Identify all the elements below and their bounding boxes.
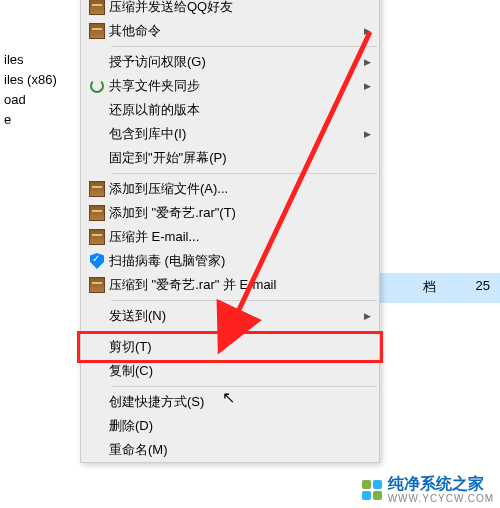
cursor-icon: ↖: [222, 388, 235, 407]
watermark-logo-icon: [362, 480, 382, 500]
menu-separator: [111, 46, 377, 47]
file-type-label: 档: [423, 278, 436, 296]
file-size-label: 25: [476, 278, 490, 296]
sidebar-line: e: [4, 110, 80, 130]
menu-share-sync[interactable]: 共享文件夹同步: [81, 74, 379, 98]
menu-scan-virus[interactable]: 扫描病毒 (电脑管家): [81, 249, 379, 273]
menu-grant-access[interactable]: 授予访问权限(G): [81, 50, 379, 74]
menu-compress-rar-email[interactable]: 压缩到 "爱奇艺.rar" 并 E-mail: [81, 273, 379, 297]
menu-separator: [111, 300, 377, 301]
menu-add-archive[interactable]: 添加到压缩文件(A)...: [81, 177, 379, 201]
menu-other-cmd[interactable]: 其他命令: [81, 19, 379, 43]
menu-compress-email[interactable]: 压缩并 E-mail...: [81, 225, 379, 249]
sidebar-line: oad: [4, 90, 80, 110]
watermark: 纯净系统之家 WWW.YCYCW.COM: [362, 475, 494, 504]
archive-icon: [85, 203, 109, 223]
menu-add-rar[interactable]: 添加到 "爱奇艺.rar"(T): [81, 201, 379, 225]
menu-compress-qq[interactable]: 压缩并发送给QQ好友: [81, 0, 379, 19]
sidebar-line: iles: [4, 50, 80, 70]
menu-separator: [111, 173, 377, 174]
menu-separator: [111, 331, 377, 332]
menu-send-to[interactable]: 发送到(N): [81, 304, 379, 328]
explorer-sidebar-fragment: iles iles (x86) oad e: [0, 50, 80, 130]
menu-pin-start[interactable]: 固定到"开始"屏幕(P): [81, 146, 379, 170]
watermark-title: 纯净系统之家: [388, 475, 494, 493]
menu-copy[interactable]: 复制(C): [81, 359, 379, 383]
archive-icon: [85, 227, 109, 247]
menu-rename[interactable]: 重命名(M): [81, 438, 379, 462]
sidebar-line: iles (x86): [4, 70, 80, 90]
archive-icon: [85, 275, 109, 295]
sync-icon: [85, 76, 109, 96]
file-row-info: 档 25: [423, 278, 490, 296]
archive-icon: [85, 0, 109, 17]
menu-separator: [111, 386, 377, 387]
menu-restore-previous[interactable]: 还原以前的版本: [81, 98, 379, 122]
menu-cut[interactable]: 剪切(T): [81, 335, 379, 359]
menu-include-library[interactable]: 包含到库中(I): [81, 122, 379, 146]
archive-icon: [85, 179, 109, 199]
menu-delete[interactable]: 删除(D): [81, 414, 379, 438]
shield-icon: [85, 251, 109, 271]
archive-icon: [85, 21, 109, 41]
watermark-sub: WWW.YCYCW.COM: [388, 493, 494, 504]
